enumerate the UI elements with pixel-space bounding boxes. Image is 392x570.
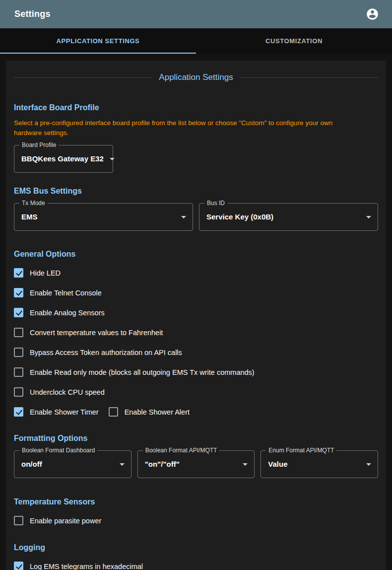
dropdown-arrow-icon [110,158,115,160]
checkbox-label: Enable Telnet Console [30,289,102,297]
select-value: "on"/"off" [145,460,180,468]
select-value: on/off [21,460,42,468]
select-value: Value [268,460,287,468]
dropdown-arrow-icon [181,216,186,218]
checkbox-label: Enable Analog Sensors [30,309,105,317]
section-title-general-options: General Options [14,249,378,260]
checkbox-icon [14,288,23,297]
boolean-format-api-select[interactable]: Boolean Format API/MQTT "on"/"off" [137,450,255,478]
checkbox-label: Hide LED [30,269,61,277]
checkbox-label: Bypass Access Token authorization on API… [30,349,182,356]
account-circle-icon [366,7,379,21]
settings-panel: Application Settings Interface Board Pro… [6,61,386,570]
tx-mode-select[interactable]: Tx Mode EMS [14,203,193,231]
checkbox-underclock-cpu[interactable]: Underclock CPU speed [14,386,378,398]
formatting-select-row: Boolean Format Dashboard on/off Boolean … [14,450,378,478]
select-label: Board Profile [19,142,59,149]
bus-id-select[interactable]: Bus ID Service Key (0x0B) [199,203,378,231]
tab-application-settings[interactable]: APPLICATION SETTINGS [0,28,196,54]
section-title-temperature-sensors: Temperature Sensors [14,497,378,507]
checkbox-convert-fahrenheit[interactable]: Convert temperature values to Fahrenheit [14,327,378,339]
account-button[interactable] [363,5,381,23]
checkbox-enable-shower-alert[interactable]: Enable Shower Alert [109,406,190,418]
dropdown-arrow-icon [120,463,125,466]
divider-line [14,77,151,78]
select-label: Boolean Format Dashboard [19,447,97,454]
checkbox-label: Enable Read only mode (blocks all outgoi… [30,368,255,376]
ems-bus-select-row: Tx Mode EMS Bus ID Service Key (0x0B) [14,203,378,231]
select-value: EMS [21,213,38,221]
checkbox-icon [14,268,23,278]
checkbox-enable-telnet-console[interactable]: Enable Telnet Console [14,287,378,299]
boolean-format-dashboard-select[interactable]: Boolean Format Dashboard on/off [14,450,131,478]
board-profile-description: Select a pre-configured interface board … [14,118,361,138]
dropdown-arrow-icon [366,463,371,466]
enum-format-api-select[interactable]: Enum Format API/MQTT Value [261,450,378,478]
board-profile-select[interactable]: Board Profile BBQKees Gateway E32 [14,145,113,173]
section-title-formatting-options: Formatting Options [14,433,378,444]
checkbox-label: Underclock CPU speed [30,388,105,396]
app-bar: Settings [0,0,392,28]
select-label: Enum Format API/MQTT [266,447,336,454]
checkbox-label: Convert temperature values to Fahrenheit [30,329,163,337]
checkbox-icon [14,562,23,570]
checkbox-label: Enable Shower Timer [30,408,99,416]
panel-heading-text: Application Settings [151,72,240,82]
select-label: Bus ID [204,200,227,207]
logging-list: Log EMS telegrams in hexadecimal Enable … [14,561,378,570]
select-label: Boolean Format API/MQTT [143,447,220,454]
dropdown-arrow-icon [366,216,371,218]
checkbox-bypass-access-token[interactable]: Bypass Access Token authorization on API… [14,347,378,358]
section-title-logging: Logging [14,542,378,553]
shower-options-row: Enable Shower Timer Enable Shower Alert [14,406,378,418]
tab-customization[interactable]: CUSTOMIZATION [196,28,392,54]
checkbox-label: Log EMS telegrams in hexadecimal [30,563,143,570]
page-title: Settings [14,9,51,19]
select-value: BBQKees Gateway E32 [21,154,104,163]
select-label: Tx Mode [19,200,48,207]
checkbox-icon [14,308,23,317]
general-options-list: Hide LED Enable Telnet Console Enable An… [14,267,378,418]
divider-line [241,77,378,78]
checkbox-icon [14,348,23,357]
dropdown-arrow-icon [243,463,248,466]
active-tab-indicator [0,53,196,54]
checkbox-enable-shower-timer[interactable]: Enable Shower Timer [14,406,99,418]
checkbox-icon [14,328,23,337]
checkbox-log-ems-hex[interactable]: Log EMS telegrams in hexadecimal [14,561,378,570]
temperature-sensors-list: Enable parasite power [14,515,378,527]
tab-bar: APPLICATION SETTINGS CUSTOMIZATION [0,28,392,54]
checkbox-enable-parasite-power[interactable]: Enable parasite power [14,515,378,527]
checkbox-hide-led[interactable]: Hide LED [14,267,378,279]
section-title-board-profile: Interface Board Profile [14,102,378,113]
checkbox-icon [14,387,23,397]
checkbox-read-only-mode[interactable]: Enable Read only mode (blocks all outgoi… [14,366,378,378]
checkbox-icon [14,367,23,377]
checkbox-label: Enable parasite power [30,517,101,525]
checkbox-icon [14,516,23,525]
panel-heading: Application Settings [14,72,378,82]
checkbox-icon [109,407,118,417]
select-value: Service Key (0x0B) [206,213,273,221]
checkbox-enable-analog-sensors[interactable]: Enable Analog Sensors [14,307,378,319]
checkbox-icon [14,407,23,417]
section-title-ems-bus: EMS Bus Settings [14,186,378,197]
checkbox-label: Enable Shower Alert [125,408,190,416]
